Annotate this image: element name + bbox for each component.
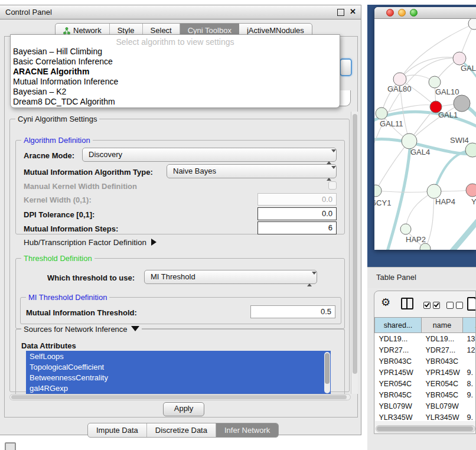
dropdown-item-bayesian-k2[interactable]: Bayesian – K2 <box>11 87 340 97</box>
dropdown-placeholder: Select algorithm to view settings <box>11 35 340 47</box>
close-icon[interactable]: ✕ <box>350 7 356 16</box>
control-panel-window: Control Panel ✕ Network Style Select Cyn… <box>0 5 361 435</box>
list-item-selfloops[interactable]: SelfLoops <box>26 351 331 361</box>
node-gal80[interactable] <box>393 73 406 86</box>
top-margin <box>367 0 476 5</box>
document-icon[interactable] <box>467 297 476 311</box>
data-attributes-list[interactable]: SelfLoops TopologicalCoefficient Between… <box>26 351 331 395</box>
deselect-all-checkbox-icon[interactable] <box>446 302 454 309</box>
table-scroll-area: shared... name A YDL19...YDL19...13 YDR2… <box>374 317 476 421</box>
float-window-icon[interactable] <box>337 9 344 16</box>
node-unlabeled-bottom[interactable] <box>420 243 431 250</box>
scrollbar-thumb[interactable] <box>377 426 473 431</box>
tab-discretize-data[interactable]: Discretize Data <box>147 423 216 437</box>
list-item-gal4rgexp[interactable]: gal4RGexp <box>26 383 331 393</box>
node-label: GCY1 <box>374 198 391 207</box>
select-all-checkbox-icon[interactable] <box>423 302 431 309</box>
columns-icon[interactable] <box>401 298 413 309</box>
table-row[interactable]: YDR27...YDR27...12 <box>375 344 476 356</box>
apply-button[interactable]: Apply <box>163 402 204 416</box>
settings-horizontal-scrollbar[interactable] <box>9 394 351 400</box>
table-row[interactable]: YBL079WYBL079W <box>375 400 476 412</box>
network-view-window[interactable]: GAL GAL80 GAL10 GAL1 GAL11 GAL4 SWI4 GCY… <box>374 7 476 250</box>
network-window-titlebar[interactable] <box>374 7 476 19</box>
node-label: HAP4 <box>435 197 455 206</box>
column-header-shared-name[interactable]: shared... <box>375 318 422 333</box>
sources-title-toggle[interactable]: Sources for Network Inference <box>21 325 142 334</box>
minimize-traffic-light-icon[interactable] <box>398 9 406 17</box>
dropdown-item-aracne[interactable]: ARACNE Algorithm <box>11 67 340 77</box>
mi-threshold-label: Mutual Information Threshold: <box>26 308 137 317</box>
cyni-bottom-tabs: Impute Data Discretize Data Infer Networ… <box>87 423 279 438</box>
node-gal4[interactable] <box>402 133 417 149</box>
node-unlabeled-top[interactable] <box>468 19 476 30</box>
screen: Control Panel ✕ Network Style Select Cyn… <box>0 0 476 450</box>
control-panel-titlebar[interactable]: Control Panel ✕ <box>0 5 361 19</box>
kernel-width-input[interactable]: 0.0 <box>257 193 337 206</box>
scrollbar-thumb[interactable] <box>11 395 347 399</box>
column-header-partial[interactable]: A <box>463 318 476 333</box>
settings-vertical-scrollbar[interactable] <box>351 112 358 394</box>
scrollbar-thumb[interactable] <box>353 114 357 374</box>
table-header-row: shared... name A <box>375 318 476 333</box>
which-threshold-select[interactable]: MI Threshold <box>144 270 317 284</box>
table-row[interactable]: YDL19...YDL19...13 <box>375 333 476 345</box>
node-label: SWI4 <box>450 136 469 145</box>
dropdown-item-bayesian-hill-climbing[interactable]: Bayesian – Hill Climbing <box>11 47 340 57</box>
table-panel: ⚙ shared... name A YDL19...YDL19...13 YD… <box>374 291 476 434</box>
node-label: GAL1 <box>438 110 458 119</box>
mi-threshold-input[interactable]: 0.5 <box>250 305 335 318</box>
table-row[interactable]: YLR345WYLR345W9. <box>375 412 476 421</box>
mi-algorithm-type-label: Mutual Information Algorithm Type: <box>24 168 153 177</box>
list-item-betweennesscentrality[interactable]: BetweennessCentrality <box>26 372 331 383</box>
dropdown-item-dream8[interactable]: Dream8 DC_TDC Algorithm <box>11 97 340 107</box>
zoom-traffic-light-icon[interactable] <box>410 9 418 17</box>
table-row[interactable]: YER054CYER054C8. <box>375 378 476 389</box>
table-horizontal-scrollbar[interactable] <box>376 425 475 432</box>
scrollbar-thumb[interactable] <box>325 353 330 384</box>
cyni-algorithm-settings-title: Cyni Algorithm Settings <box>15 115 99 123</box>
network-canvas[interactable]: GAL GAL80 GAL10 GAL1 GAL11 GAL4 SWI4 GCY… <box>374 19 476 250</box>
expanded-arrow-icon <box>131 326 139 331</box>
dropdown-item-mutual-information[interactable]: Mutual Information Inference <box>11 77 340 87</box>
manual-kernel-width-checkbox[interactable] <box>328 181 337 190</box>
node-hap2[interactable] <box>400 224 411 234</box>
dpi-tolerance-input[interactable]: 0.0 <box>257 207 337 220</box>
aracne-mode-select[interactable]: Discovery <box>82 148 337 162</box>
network-view-frame: GAL GAL80 GAL10 GAL1 GAL11 GAL4 SWI4 GCY… <box>367 5 476 267</box>
docked-window-icon[interactable] <box>5 442 16 450</box>
node-table: shared... name A YDL19...YDL19...13 YDR2… <box>374 317 476 421</box>
manual-kernel-width-label: Manual Kernel Width Definition <box>24 182 137 191</box>
deselect-all-checkbox-icon[interactable] <box>456 302 463 309</box>
network-icon <box>63 27 70 34</box>
hub-definition-toggle[interactable]: Hub/Transcription Factor Definition <box>24 238 157 247</box>
node-gal10[interactable] <box>429 76 441 88</box>
table-row[interactable]: YBR043CYBR043C <box>375 356 476 367</box>
hub-definition-label: Hub/Transcription Factor Definition <box>24 238 146 247</box>
window-title: Control Panel <box>5 8 52 17</box>
tab-impute-data[interactable]: Impute Data <box>88 423 147 437</box>
select-all-checkbox-icon[interactable] <box>433 302 440 309</box>
dpi-tolerance-label: DPI Tolerance [0,1]: <box>24 210 94 219</box>
focused-combo-fragment[interactable] <box>340 58 352 76</box>
node-gcy1[interactable] <box>374 185 382 197</box>
node-gal11[interactable] <box>376 107 387 119</box>
tab-infer-network[interactable]: Infer Network <box>216 423 278 437</box>
mi-algorithm-type-select[interactable]: Naive Bayes <box>167 164 337 178</box>
mi-steps-input[interactable]: 6 <box>257 221 337 234</box>
table-row[interactable]: YPR145WYPR145W9. <box>375 367 476 378</box>
aracne-mode-value: Discovery <box>89 150 122 159</box>
spinner-arrows-icon <box>327 151 332 159</box>
node-label: HAP2 <box>406 235 426 244</box>
column-header-name[interactable]: name <box>422 318 463 333</box>
gear-icon[interactable]: ⚙ <box>381 296 390 309</box>
list-item-topologicalcoefficient[interactable]: TopologicalCoefficient <box>26 361 331 372</box>
node-y-salmon[interactable] <box>466 184 476 197</box>
node-gray[interactable] <box>454 95 470 112</box>
close-traffic-light-icon[interactable] <box>386 9 394 17</box>
list-vertical-scrollbar[interactable] <box>324 352 330 393</box>
node-hap4[interactable] <box>427 184 441 198</box>
dropdown-item-basic-correlation[interactable]: Basic Correlation Inference <box>11 57 340 67</box>
node-gal-pink[interactable] <box>453 52 466 65</box>
table-row[interactable]: YBR045CYBR045C9. <box>375 389 476 400</box>
